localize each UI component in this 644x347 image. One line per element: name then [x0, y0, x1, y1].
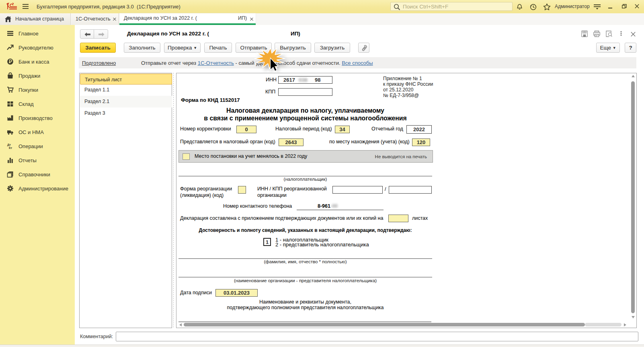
svg-text:Кт: Кт [9, 146, 12, 150]
